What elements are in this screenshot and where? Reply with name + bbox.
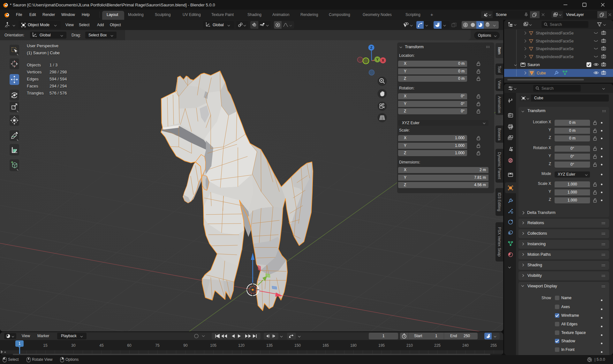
svg-text:X: X: [382, 58, 384, 62]
svg-text:Y: Y: [376, 57, 379, 61]
svg-text:Z: Z: [370, 46, 373, 49]
